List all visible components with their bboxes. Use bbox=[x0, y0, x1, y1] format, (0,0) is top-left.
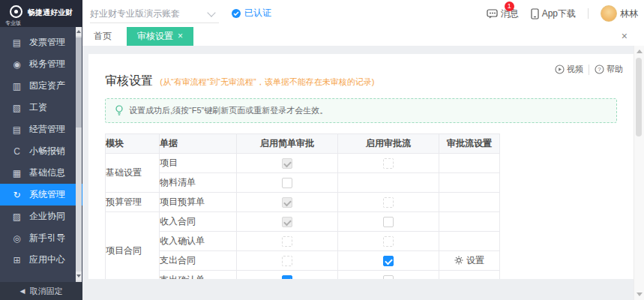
scroll-up-icon[interactable] bbox=[637, 50, 643, 53]
table-header-row: 模块单据启用简单审批启用审批流审批流设置 bbox=[106, 134, 500, 154]
collapse-left-icon: ◀ bbox=[20, 287, 25, 295]
tab-home[interactable]: 首页 bbox=[85, 27, 121, 46]
tabbar-close-icon[interactable]: × bbox=[622, 27, 628, 46]
logo-title: 畅捷通好业财 bbox=[28, 8, 73, 18]
sidebar: ▤发票管理◉税务管理▥固定资产▧工资▤经营管理C小畅报销▦基础信息↻系统管理▨企… bbox=[0, 27, 82, 282]
phone-icon bbox=[531, 8, 539, 20]
table-row: 项目合同收入合同 bbox=[106, 212, 500, 232]
app-center-icon: ⊞ bbox=[11, 255, 22, 266]
tab-bar: 首页 审核设置 × × bbox=[82, 27, 644, 46]
user-avatar bbox=[601, 5, 617, 22]
sidebar-item-label: 固定资产 bbox=[29, 80, 65, 92]
video-link[interactable]: 视频 bbox=[555, 64, 583, 75]
document-cell: 收入确认单 bbox=[160, 232, 237, 251]
simple-approval-checkbox[interactable] bbox=[282, 275, 292, 279]
messages-button[interactable]: 消息 1 bbox=[487, 8, 519, 20]
links-divider bbox=[589, 64, 589, 75]
account-selector[interactable]: 好业财专业版演示账套 bbox=[90, 4, 219, 23]
simple-approval-cell bbox=[237, 271, 338, 280]
table-row: 基础设置项目 bbox=[106, 154, 500, 173]
flow-approval-cell bbox=[338, 212, 439, 232]
sidebar-item-invoice[interactable]: ▤发票管理 bbox=[0, 32, 82, 53]
sidebar-item-fixed-assets[interactable]: ▥固定资产 bbox=[0, 75, 82, 97]
certified-badge[interactable]: 已认证 bbox=[231, 7, 271, 20]
flow-approval-cell bbox=[338, 232, 439, 251]
sidebar-scroll-up-icon[interactable] bbox=[76, 27, 82, 36]
fixed-assets-icon: ▥ bbox=[11, 81, 22, 92]
simple-approval-cell bbox=[237, 232, 338, 251]
tab-close-icon[interactable]: × bbox=[178, 27, 183, 46]
content-area: 视频 ? 帮助 审核设置 (从“有审流程”到“无审流程”，该单据不能存在未审核的… bbox=[82, 46, 644, 300]
audit-settings-card: 视频 ? 帮助 审核设置 (从“有审流程”到“无审流程”，该单据不能存在未审核的… bbox=[88, 54, 634, 279]
scroll-thumb[interactable] bbox=[636, 58, 642, 136]
simple-approval-checkbox bbox=[282, 158, 292, 169]
play-circle-icon bbox=[555, 64, 565, 74]
simple-approval-checkbox bbox=[282, 197, 292, 208]
sidebar-item-salary[interactable]: ▧工资 bbox=[0, 97, 82, 118]
certified-icon bbox=[231, 8, 241, 19]
message-icon bbox=[487, 8, 498, 19]
content-scrollbar[interactable] bbox=[634, 46, 644, 300]
sidebar-item-app-center[interactable]: ⊞应用中心 bbox=[0, 249, 82, 271]
document-cell: 收入合同 bbox=[160, 212, 237, 232]
collapse-sidebar-button[interactable]: ◀ 取消固定 bbox=[0, 282, 82, 300]
salary-icon: ▧ bbox=[11, 103, 22, 113]
sidebar-scroll-thumb[interactable] bbox=[76, 38, 82, 128]
document-cell: 支出确认单 bbox=[160, 271, 237, 280]
flow-approval-cell bbox=[338, 154, 439, 173]
logo-edition-label: 专业版 bbox=[5, 20, 21, 27]
scroll-down-icon[interactable] bbox=[637, 292, 643, 296]
app-download-label: App下载 bbox=[542, 8, 576, 20]
sidebar-item-guide[interactable]: ◎新手引导 bbox=[0, 227, 82, 249]
flow-approval-checkbox bbox=[383, 236, 394, 247]
user-menu[interactable]: 林林 bbox=[601, 5, 638, 22]
sidebar-item-collab[interactable]: ▨企业协同 bbox=[0, 206, 82, 227]
help-link[interactable]: ? 帮助 bbox=[595, 64, 623, 75]
module-cell: 项目合同 bbox=[106, 212, 160, 280]
flow-settings-label: 设置 bbox=[466, 254, 484, 267]
sidebar-item-business[interactable]: ▤经营管理 bbox=[0, 118, 82, 140]
column-header: 审批流设置 bbox=[439, 134, 500, 154]
sidebar-item-label: 税务管理 bbox=[29, 58, 65, 70]
document-cell: 支出合同 bbox=[160, 251, 237, 271]
certified-label: 已认证 bbox=[244, 7, 271, 20]
flow-approval-checkbox[interactable] bbox=[383, 256, 394, 266]
sidebar-item-tax[interactable]: ◉税务管理 bbox=[0, 53, 82, 75]
collapse-label: 取消固定 bbox=[29, 286, 62, 297]
app-download-button[interactable]: App下载 bbox=[531, 8, 576, 20]
sidebar-item-system[interactable]: ↻系统管理 bbox=[0, 184, 82, 206]
flow-approval-checkbox[interactable] bbox=[383, 217, 394, 227]
simple-approval-checkbox[interactable] bbox=[282, 178, 292, 188]
flow-settings-cell bbox=[439, 173, 500, 193]
username: 林林 bbox=[620, 8, 638, 20]
flow-approval-checkbox[interactable] bbox=[383, 275, 394, 279]
sidebar-scrollbar[interactable] bbox=[76, 27, 82, 282]
chanjet-logo-icon bbox=[10, 5, 22, 18]
banner-text: 设置成功后,须按“F5”键刷新页面或重新登录才会生效。 bbox=[129, 105, 328, 116]
document-cell: 项目预算单 bbox=[160, 193, 237, 212]
table-body: 基础设置项目物料清单预算管理项目预算单项目合同收入合同收入确认单支出合同设置支出… bbox=[106, 154, 500, 280]
simple-approval-cell bbox=[237, 212, 338, 232]
simple-approval-checkbox bbox=[282, 217, 292, 227]
help-label: 帮助 bbox=[607, 64, 623, 75]
svg-text:?: ? bbox=[598, 66, 601, 73]
gear-icon bbox=[454, 256, 463, 265]
sidebar-item-base-info[interactable]: ▦基础信息 bbox=[0, 162, 82, 184]
simple-approval-cell bbox=[237, 154, 338, 173]
audit-settings-table: 模块单据启用简单审批启用审批流审批流设置 基础设置项目物料清单预算管理项目预算单… bbox=[105, 134, 500, 279]
logo-block: 畅捷通好业财 专业版 bbox=[0, 0, 82, 27]
flow-approval-cell bbox=[338, 251, 439, 271]
sidebar-scroll-down-icon[interactable] bbox=[76, 272, 82, 280]
page-title-note: (从“有审流程”到“无审流程”，该单据不能存在未审核的记录) bbox=[160, 77, 374, 86]
sidebar-item-label: 系统管理 bbox=[29, 188, 65, 201]
table-row: 物料清单 bbox=[106, 173, 500, 193]
flow-settings-button[interactable]: 设置 bbox=[454, 254, 484, 267]
simple-approval-checkbox bbox=[282, 256, 292, 266]
simple-approval-checkbox bbox=[282, 236, 292, 247]
flow-settings-cell: 设置 bbox=[439, 251, 500, 271]
base-info-icon: ▦ bbox=[11, 168, 22, 178]
sidebar-item-reimburse[interactable]: C小畅报销 bbox=[0, 140, 82, 162]
sidebar-menu: ▤发票管理◉税务管理▥固定资产▧工资▤经营管理C小畅报销▦基础信息↻系统管理▨企… bbox=[0, 32, 82, 271]
sidebar-item-label: 基础信息 bbox=[29, 166, 65, 179]
tab-audit-settings[interactable]: 审核设置 × bbox=[127, 27, 193, 46]
